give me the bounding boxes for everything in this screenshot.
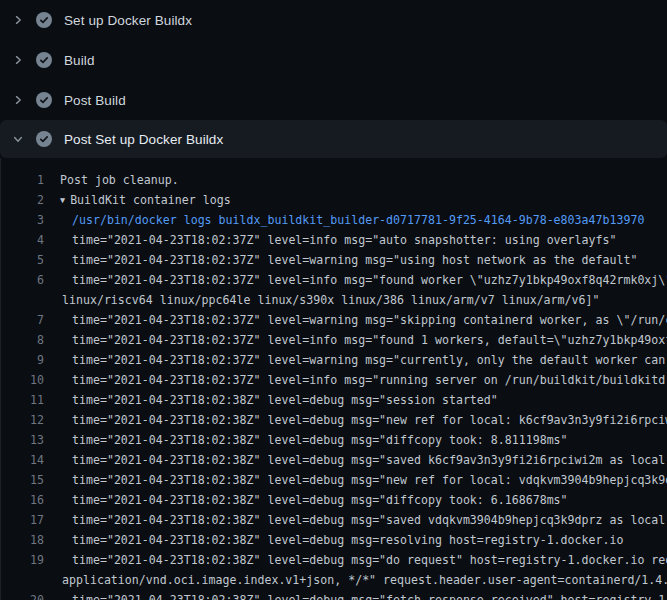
log-line-number[interactable]: 14 xyxy=(0,450,44,470)
log-line-number[interactable]: 6 xyxy=(0,270,44,290)
chevron-down-icon xyxy=(12,133,24,145)
step-header[interactable]: Post Build xyxy=(0,80,667,120)
log-line-number[interactable]: 17 xyxy=(0,510,44,530)
chevron-right-icon xyxy=(12,94,24,106)
step-title: Build xyxy=(64,53,95,68)
log-line: application/vnd.oci.image.index.v1+json,… xyxy=(0,570,667,590)
log-line-text: time="2021-04-23T18:02:38Z" level=debug … xyxy=(44,510,667,530)
log-line-text: time="2021-04-23T18:02:38Z" level=debug … xyxy=(44,590,667,600)
log-line-number[interactable]: 8 xyxy=(0,330,44,350)
log-line-text: time="2021-04-23T18:02:37Z" level=info m… xyxy=(44,370,667,390)
step-header[interactable]: Set up Docker Buildx xyxy=(0,0,667,40)
log-line-text: Post job cleanup. xyxy=(44,170,179,190)
log-line: 9 time="2021-04-23T18:02:37Z" level=warn… xyxy=(0,350,667,370)
log-line-text: ▼BuildKit container logs xyxy=(44,190,231,210)
log-line-number[interactable]: 15 xyxy=(0,470,44,490)
log-line: 10 time="2021-04-23T18:02:37Z" level=inf… xyxy=(0,370,667,390)
log-line: 3 /usr/bin/docker logs buildx_buildkit_b… xyxy=(0,210,667,230)
log-line-number[interactable]: 2 xyxy=(0,190,44,210)
log-line: 1 Post job cleanup. xyxy=(0,170,667,190)
log-line-text: application/vnd.oci.image.index.v1+json,… xyxy=(44,570,667,590)
log-line-text: time="2021-04-23T18:02:38Z" level=debug … xyxy=(44,530,623,550)
log-line: 8 time="2021-04-23T18:02:37Z" level=info… xyxy=(0,330,667,350)
log-area: 1 Post job cleanup. 2 ▼BuildKit containe… xyxy=(0,158,667,600)
log-line-number[interactable]: 19 xyxy=(0,550,44,570)
log-line-number[interactable]: 18 xyxy=(0,530,44,550)
log-line: 6 time="2021-04-23T18:02:37Z" level=info… xyxy=(0,270,667,290)
log-line-text: time="2021-04-23T18:02:38Z" level=debug … xyxy=(44,450,667,470)
log-line-text: time="2021-04-23T18:02:37Z" level=warnin… xyxy=(44,310,667,330)
disclosure-triangle-icon: ▼ xyxy=(60,195,65,205)
log-line-text: time="2021-04-23T18:02:38Z" level=debug … xyxy=(44,430,568,450)
log-line-number[interactable]: 4 xyxy=(0,230,44,250)
log-line-text: time="2021-04-23T18:02:38Z" level=debug … xyxy=(44,390,498,410)
log-line: 11 time="2021-04-23T18:02:38Z" level=deb… xyxy=(0,390,667,410)
step-title: Post Set up Docker Buildx xyxy=(64,132,223,147)
log-line: 18 time="2021-04-23T18:02:38Z" level=deb… xyxy=(0,530,667,550)
log-line-number[interactable]: 9 xyxy=(0,350,44,370)
step-title: Post Build xyxy=(64,93,126,108)
log-line-text: time="2021-04-23T18:02:38Z" level=debug … xyxy=(44,470,667,490)
log-line-number[interactable]: 5 xyxy=(0,250,44,270)
log-line-number[interactable]: 3 xyxy=(0,210,44,230)
log-line: linux/riscv64 linux/ppc64le linux/s390x … xyxy=(0,290,667,310)
steps-list: Set up Docker Buildx Build P xyxy=(0,0,667,158)
log-line-number[interactable]: 16 xyxy=(0,490,44,510)
log-line-text: time="2021-04-23T18:02:38Z" level=debug … xyxy=(44,410,667,430)
log-line: 13 time="2021-04-23T18:02:38Z" level=deb… xyxy=(0,430,667,450)
log-line-number[interactable]: 10 xyxy=(0,370,44,390)
log-line-text: time="2021-04-23T18:02:38Z" level=debug … xyxy=(44,490,568,510)
log-line-number xyxy=(0,290,44,310)
log-line-number[interactable]: 11 xyxy=(0,390,44,410)
log-line-number[interactable]: 7 xyxy=(0,310,44,330)
log-line: 15 time="2021-04-23T18:02:38Z" level=deb… xyxy=(0,470,667,490)
chevron-right-icon xyxy=(12,54,24,66)
check-circle-icon xyxy=(36,131,52,147)
log-line: 12 time="2021-04-23T18:02:38Z" level=deb… xyxy=(0,410,667,430)
log-line-text: /usr/bin/docker logs buildx_buildkit_bui… xyxy=(44,210,644,230)
log-line-number[interactable]: 13 xyxy=(0,430,44,450)
log-line-number[interactable]: 12 xyxy=(0,410,44,430)
step-header[interactable]: Post Set up Docker Buildx xyxy=(0,120,667,158)
log-line-text: time="2021-04-23T18:02:37Z" level=warnin… xyxy=(44,350,667,370)
log-line-number xyxy=(0,570,44,590)
step-header[interactable]: Build xyxy=(0,40,667,80)
log-line: 20 time="2021-04-23T18:02:38Z" level=deb… xyxy=(0,590,667,600)
log-line-number[interactable]: 20 xyxy=(0,590,44,600)
log-line: 4 time="2021-04-23T18:02:37Z" level=info… xyxy=(0,230,667,250)
log-line: 19 time="2021-04-23T18:02:38Z" level=deb… xyxy=(0,550,667,570)
step-title: Set up Docker Buildx xyxy=(64,13,192,28)
log-line-text: time="2021-04-23T18:02:37Z" level=info m… xyxy=(44,270,667,290)
check-circle-icon xyxy=(36,12,52,28)
log-group-header[interactable]: 2 ▼BuildKit container logs xyxy=(0,190,667,210)
log-line: 16 time="2021-04-23T18:02:38Z" level=deb… xyxy=(0,490,667,510)
log-line: 5 time="2021-04-23T18:02:37Z" level=warn… xyxy=(0,250,667,270)
log-line-text: time="2021-04-23T18:02:37Z" level=info m… xyxy=(44,330,667,350)
log-line-text: linux/riscv64 linux/ppc64le linux/s390x … xyxy=(44,290,599,310)
log-line-text: time="2021-04-23T18:02:38Z" level=debug … xyxy=(44,550,667,570)
log-line: 14 time="2021-04-23T18:02:38Z" level=deb… xyxy=(0,450,667,470)
log-line: 17 time="2021-04-23T18:02:38Z" level=deb… xyxy=(0,510,667,530)
log-line: 7 time="2021-04-23T18:02:37Z" level=warn… xyxy=(0,310,667,330)
chevron-right-icon xyxy=(12,14,24,26)
log-line-text: time="2021-04-23T18:02:37Z" level=warnin… xyxy=(44,250,637,270)
log-line-text: time="2021-04-23T18:02:37Z" level=info m… xyxy=(44,230,616,250)
check-circle-icon xyxy=(36,92,52,108)
check-circle-icon xyxy=(36,52,52,68)
workflow-log-viewer: Set up Docker Buildx Build P xyxy=(0,0,667,600)
log-line-number[interactable]: 1 xyxy=(0,170,44,190)
